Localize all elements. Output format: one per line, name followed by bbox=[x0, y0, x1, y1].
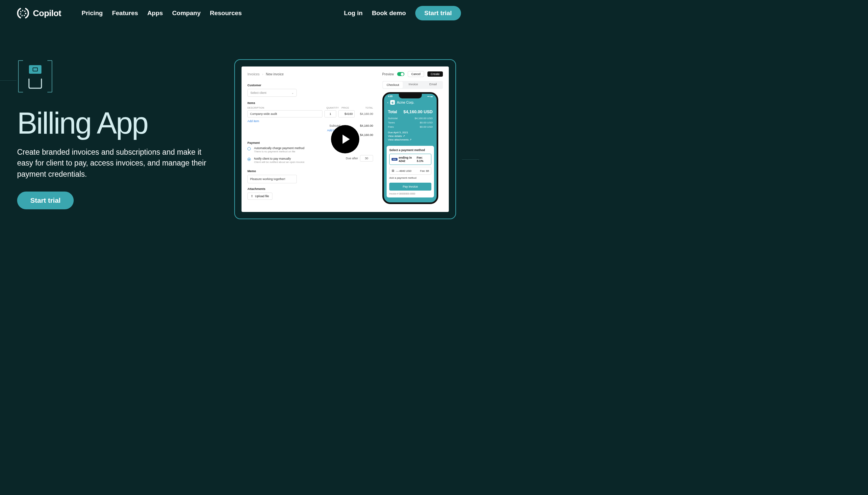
phone-notch bbox=[399, 94, 422, 98]
payment-panel: Select a payment method VISAending in 42… bbox=[387, 146, 434, 198]
phone-signal-icon: ••• ▬ bbox=[428, 95, 433, 98]
card1-fee: Fee: 3.1% bbox=[417, 156, 429, 163]
chevron-down-icon: ⌄ bbox=[292, 91, 294, 95]
select-pm-label: Select a payment method bbox=[389, 149, 431, 152]
nav-pricing[interactable]: Pricing bbox=[82, 10, 103, 17]
items-label: Items bbox=[247, 101, 373, 105]
card2-fee: Fee: $5 bbox=[420, 170, 429, 172]
select-client-placeholder: Select client bbox=[250, 91, 266, 95]
nav-resources[interactable]: Resources bbox=[210, 10, 242, 17]
items-header: DESCRIPTION QUANTITY PRICE TOTAL bbox=[247, 107, 373, 109]
phone-breakdown: Subtotal$4,160.00 USD Taxes$0.00 USD Fee… bbox=[384, 116, 437, 129]
preview-right: Checkout Invoice Email 4:05 ••• ▬ ‹ ◐ bbox=[382, 81, 443, 204]
item-total: $4,160.00 bbox=[357, 112, 373, 116]
cancel-button[interactable]: Cancel bbox=[408, 71, 424, 77]
company-name: Acme Corp. bbox=[397, 101, 414, 104]
billing-icon bbox=[17, 59, 53, 93]
due-after-label: Due after bbox=[346, 157, 358, 160]
phone-total-label: Total bbox=[388, 109, 397, 114]
bank-icon: 🏛 bbox=[392, 169, 395, 172]
due-after: Due after 30 bbox=[346, 155, 373, 161]
nav-apps[interactable]: Apps bbox=[147, 10, 163, 17]
logo[interactable]: Copilot bbox=[16, 6, 61, 20]
back-icon[interactable]: ‹ bbox=[387, 101, 388, 104]
invoice-number: Invoice # 00000000-0000 bbox=[389, 192, 431, 195]
item-row: Company-wide audit 1 $4160 $4,160.00 bbox=[247, 110, 373, 118]
item-qty-input[interactable]: 1 bbox=[325, 110, 336, 118]
nav-right: Log in Book demo Start trial bbox=[344, 6, 461, 20]
item-price-input[interactable]: $4160 bbox=[338, 110, 355, 118]
play-button[interactable] bbox=[331, 125, 359, 153]
radio-icon bbox=[247, 147, 251, 150]
view-attachments-link[interactable]: View attachments ↗ bbox=[388, 138, 433, 141]
preview-actions: Preview Cancel Create bbox=[382, 71, 443, 77]
visa-icon: VISA bbox=[392, 158, 398, 160]
top-nav: Copilot Pricing Features Apps Company Re… bbox=[0, 0, 479, 26]
add-item-link[interactable]: Add item bbox=[247, 119, 259, 123]
line-label: Taxes bbox=[388, 121, 395, 124]
login-link[interactable]: Log in bbox=[344, 10, 363, 17]
line-label: Fees bbox=[388, 125, 394, 129]
hero-subtitle: Create branded invoices and subscription… bbox=[17, 147, 214, 180]
phone-due: Due April 5, 2021 bbox=[388, 131, 433, 134]
card1-label: ending in 4242 bbox=[399, 156, 417, 163]
preview-toggle[interactable] bbox=[397, 72, 404, 76]
line-value: $0.00 USD bbox=[420, 121, 433, 124]
card-option-1[interactable]: VISAending in 4242 Fee: 3.1% bbox=[389, 154, 431, 165]
logo-icon bbox=[16, 6, 30, 20]
phone-mockup: 4:05 ••• ▬ ‹ ◐ Acme Corp. Total $4,160.0… bbox=[382, 92, 438, 204]
nav-company[interactable]: Company bbox=[172, 10, 201, 17]
subtotal-value: $4,160.00 bbox=[353, 124, 373, 127]
preview-inner: Invoices › New invoice Preview Cancel Cr… bbox=[242, 67, 449, 212]
add-payment-method-link[interactable]: Add a payment method bbox=[389, 176, 431, 180]
svg-rect-1 bbox=[29, 65, 41, 74]
hero: Billing App Create branded invoices and … bbox=[0, 26, 479, 219]
tab-email[interactable]: Email bbox=[423, 81, 443, 89]
view-details-link[interactable]: View details ↗ bbox=[388, 135, 433, 138]
phone-links: Due April 5, 2021 View details ↗ View at… bbox=[384, 129, 437, 143]
col-price: PRICE bbox=[342, 107, 357, 109]
tab-checkout[interactable]: Checkout bbox=[383, 82, 403, 88]
breadcrumb: Invoices › New invoice bbox=[247, 72, 284, 76]
preview-tabs: Checkout Invoice Email bbox=[382, 81, 443, 89]
due-after-input[interactable]: 30 bbox=[360, 155, 373, 161]
radio-icon bbox=[247, 158, 251, 161]
upload-file-button[interactable]: ⇪ Upload file bbox=[247, 192, 273, 200]
nav-features[interactable]: Features bbox=[112, 10, 138, 17]
tab-invoice[interactable]: Invoice bbox=[403, 81, 423, 89]
start-trial-button[interactable]: Start trial bbox=[415, 6, 461, 20]
logo-text: Copilot bbox=[33, 8, 61, 18]
customer-label: Customer bbox=[247, 84, 373, 87]
item-description-input[interactable]: Company-wide audit bbox=[247, 110, 323, 118]
phone-time: 4:05 bbox=[388, 95, 393, 98]
phone-total: Total $4,160.00 USD bbox=[384, 107, 437, 116]
svg-point-0 bbox=[20, 11, 26, 16]
hero-left: Billing App Create branded invoices and … bbox=[17, 59, 214, 219]
pay-option-notify[interactable]: Notify client to pay manually Client wil… bbox=[247, 157, 305, 164]
preview-card: Invoices › New invoice Preview Cancel Cr… bbox=[234, 59, 456, 219]
col-total: TOTAL bbox=[357, 107, 373, 109]
phone-total-amount: $4,160.00 USD bbox=[403, 109, 433, 114]
line-value: $4,160.00 USD bbox=[415, 117, 433, 120]
line-value: $0.00 USD bbox=[420, 125, 433, 129]
crumb-new-invoice: New invoice bbox=[266, 72, 284, 76]
col-quantity: QUANTITY bbox=[326, 107, 342, 109]
card-option-2[interactable]: 🏛----4840 USD Fee: $5 bbox=[389, 167, 431, 175]
memo-input[interactable]: Pleasure working together! bbox=[247, 175, 297, 183]
company-logo-icon: ◐ bbox=[390, 100, 395, 105]
hero-start-trial-button[interactable]: Start trial bbox=[17, 191, 74, 209]
col-description: DESCRIPTION bbox=[247, 107, 326, 109]
create-button[interactable]: Create bbox=[428, 71, 443, 77]
preview-toggle-label: Preview bbox=[382, 72, 394, 76]
preview-topbar: Invoices › New invoice Preview Cancel Cr… bbox=[247, 71, 443, 77]
crumb-invoices[interactable]: Invoices bbox=[247, 72, 260, 76]
book-demo-link[interactable]: Book demo bbox=[372, 10, 406, 17]
line-label: Subtotal bbox=[388, 117, 398, 120]
memo-label: Memo bbox=[247, 170, 373, 173]
hero-title: Billing App bbox=[17, 108, 214, 138]
pay-notify-desc: Client will be notified about an open in… bbox=[254, 160, 305, 164]
select-client-dropdown[interactable]: Select client ⌄ bbox=[247, 89, 297, 97]
pay-invoice-button[interactable]: Pay invoice bbox=[389, 183, 431, 191]
upload-icon: ⇪ bbox=[251, 194, 253, 198]
upload-label: Upload file bbox=[255, 194, 269, 198]
